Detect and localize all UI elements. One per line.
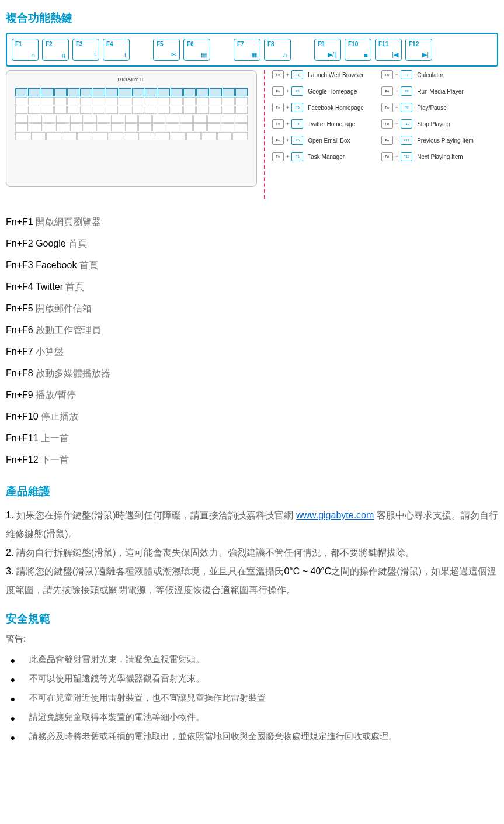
fn-desc: 啟動工作管理員 (36, 325, 101, 335)
fn-key-name: Fn+F10 (6, 411, 41, 421)
shortcut-item: Fn+F5Open Email Box (272, 136, 364, 145)
mini-key-fn: Fn (381, 70, 393, 79)
shortcut-item: Fn+F4Twitter Homepage (272, 119, 364, 129)
shortcut-item: Fn+F6Task Manager (272, 152, 364, 161)
fkey-f8: F8♫ (264, 39, 291, 61)
plus-sign: + (286, 88, 289, 94)
maint-num-3: 3. (6, 566, 13, 576)
maint-2: 請勿自行拆解鍵盤(滑鼠)，這可能會喪失保固效力。強烈建議不管任何情況，都不要將鍵… (16, 548, 415, 558)
shortcut-item: Fn+F11Previous Playing Item (381, 136, 474, 145)
shortcut-item: Fn+F10Stop Playing (381, 119, 474, 129)
key-group-1: F1⌂F2gF3fF4t (12, 39, 130, 61)
fkey-icon: ▶| (409, 51, 429, 58)
fn-key-name: Fn+F11 (6, 433, 41, 443)
shortcut-item: Fn+F2Google Homepage (272, 86, 364, 96)
fn-key-name: Fn+F12 (6, 455, 41, 465)
safety-bullet: 請務必及時將老舊或耗損的電池取出，並依照當地回收與全國廢棄物處理規定進行回收或處… (6, 726, 498, 746)
mini-key-f: F2 (291, 86, 303, 96)
safety-section: 安全規範 警告: 此產品會發射雷射光束，請避免直視雷射頭。不可以使用望遠鏡等光學… (6, 611, 498, 746)
fkey-label: F8 (267, 41, 287, 47)
heading-maintenance: 產品維護 (6, 484, 498, 499)
mini-key-f: F10 (401, 119, 412, 129)
fn-item: Fn+F3 Facebook 首頁 (6, 259, 498, 272)
mini-key-fn: Fn (272, 136, 284, 145)
fn-key-name: Fn+F8 (6, 368, 36, 378)
shortcut-item: Fn+F3Facebook Homepage (272, 103, 364, 112)
fn-desc: 啟動多媒體播放器 (36, 368, 110, 378)
heading-hotkeys: 複合功能熱鍵 (6, 11, 498, 26)
warning-label: 警告: (6, 633, 498, 645)
fkey-f2: F2g (42, 39, 69, 61)
safety-bullet: 不可以使用望遠鏡等光學儀器觀看雷射光束。 (6, 669, 498, 688)
fn-key-name: Fn+F3 Facebook (6, 260, 79, 270)
fn-desc: 小算盤 (36, 347, 64, 356)
plus-sign: + (395, 154, 398, 160)
shortcut-label: Launch Wed Browser (308, 72, 363, 78)
fkey-icon: ▦ (237, 51, 257, 58)
fkey-label: F3 (76, 41, 96, 47)
key-group-4: F9▶/‖F10■F11|◀F12▶| (314, 39, 432, 61)
fkey-icon: ♫ (267, 51, 287, 58)
safety-bullets: 此產品會發射雷射光束，請避免直視雷射頭。不可以使用望遠鏡等光學儀器觀看雷射光束。… (6, 649, 498, 746)
fn-item: Fn+F1 開啟網頁瀏覽器 (6, 216, 498, 228)
shortcut-label: Open Email Box (308, 137, 350, 144)
fn-desc: 開啟郵件信箱 (36, 303, 92, 313)
keyboard-illustration: GIGABYTE (6, 70, 257, 187)
shortcut-label: Calculator (417, 72, 443, 78)
fkey-f4: F4t (103, 39, 130, 61)
shortcut-item: Fn+F7Calculator (381, 70, 474, 79)
heading-safety: 安全規範 (6, 611, 498, 626)
fkey-label: F1 (15, 41, 35, 47)
mini-key-fn: Fn (381, 86, 393, 96)
fkey-icon: g (46, 51, 65, 58)
fn-item: Fn+F4 Twitter 首頁 (6, 281, 498, 293)
fn-key-name: Fn+F2 Google (6, 238, 68, 248)
mini-key-f: F5 (291, 136, 303, 145)
fn-desc: 首頁 (65, 282, 84, 292)
safety-bullet: 此產品會發射雷射光束，請避免直視雷射頭。 (6, 649, 498, 669)
fn-item: Fn+F5 開啟郵件信箱 (6, 303, 498, 315)
mini-key-fn: Fn (272, 86, 284, 96)
plus-sign: + (395, 137, 398, 143)
plus-sign: + (286, 137, 289, 143)
fn-item: Fn+F11 上一首 (6, 432, 498, 445)
mini-key-f: F12 (401, 152, 412, 161)
fkey-f7: F7▦ (234, 39, 260, 61)
key-group-2: F5✉F6▤ (153, 39, 210, 61)
shortcut-label: Run Media Player (417, 88, 463, 95)
plus-sign: + (395, 105, 398, 110)
safety-bullet: 不可在兒童附近使用雷射裝置，也不宜讓兒童操作此雷射裝置 (6, 688, 498, 707)
plus-sign: + (395, 88, 398, 94)
mini-key-fn: Fn (272, 119, 284, 129)
maint-num-2: 2. (6, 548, 13, 558)
shortcut-item: Fn+F8Run Media Player (381, 86, 474, 96)
fn-desc: 停止播放 (41, 411, 78, 421)
mini-key-f: F8 (401, 86, 412, 96)
shortcut-label: Google Homepage (308, 88, 357, 95)
mini-key-fn: Fn (381, 103, 393, 112)
shortcut-label: Twitter Homepage (308, 121, 355, 127)
fkey-label: F6 (187, 41, 207, 47)
fn-item: Fn+F2 Google 首頁 (6, 238, 498, 250)
shortcut-label: Previous Playing Item (417, 137, 474, 144)
mini-key-fn: Fn (272, 152, 284, 161)
fn-key-name: Fn+F4 Twitter (6, 282, 65, 292)
fkey-f6: F6▤ (183, 39, 210, 61)
maint-num-1: 1. (6, 510, 13, 520)
fn-key-name: Fn+F5 (6, 303, 36, 313)
mini-key-f: F7 (401, 70, 412, 79)
fn-key-name: Fn+F7 (6, 347, 36, 356)
safety-bullet: 請避免讓兒童取得本裝置的電池等細小物件。 (6, 707, 498, 726)
gigabyte-link[interactable]: www.gigabyte.com (296, 510, 374, 520)
mini-key-f: F6 (291, 152, 303, 161)
shortcuts-grid: Fn+F1Launch Wed BrowserFn+F2Google Homep… (272, 70, 474, 161)
plus-sign: + (286, 121, 289, 127)
fn-list: Fn+F1 開啟網頁瀏覽器Fn+F2 Google 首頁Fn+F3 Facebo… (6, 216, 498, 466)
fkey-icon: ⌂ (15, 51, 35, 58)
mini-key-fn: Fn (381, 119, 393, 129)
fkey-label: F9 (318, 41, 338, 47)
maint-text: 1. 如果您在操作鍵盤(滑鼠)時遇到任何障礙，請直接洽詢技嘉科技官網 www.g… (6, 506, 498, 600)
maint-3a: 請將您的鍵盤(滑鼠)遠離各種液體或潮濕環境，並且只在室溫攝氏 (16, 566, 284, 576)
plus-sign: + (395, 72, 398, 78)
fkey-f1: F1⌂ (12, 39, 39, 61)
